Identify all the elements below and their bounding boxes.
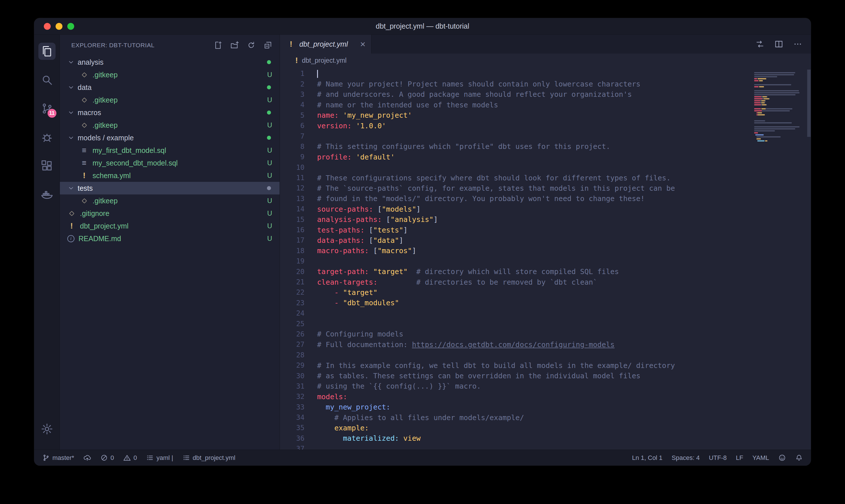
code-editor[interactable]: 12# Name your project! Project names sho…	[280, 67, 811, 450]
minimize-window-button[interactable]	[56, 23, 62, 30]
status-errors[interactable]: 0	[100, 454, 114, 462]
code-line-21[interactable]: 21clean-targets: # directories to be rem…	[280, 277, 811, 287]
title-bar[interactable]: dbt_project.yml — dbt-tutorial	[34, 18, 811, 35]
status-encoding[interactable]: UTF-8	[709, 454, 727, 462]
activity-explorer[interactable]	[34, 37, 60, 66]
scrollbar-thumb[interactable]	[807, 70, 811, 137]
more-actions-button[interactable]	[793, 39, 802, 49]
code-line-28[interactable]: 28	[280, 350, 811, 360]
tree-file-readme-md[interactable]: iREADME.mdU	[60, 232, 280, 245]
zoom-window-button[interactable]	[67, 23, 74, 30]
tree-file-gitkeep[interactable]: .gitkeepU	[60, 195, 280, 207]
line-content: # Applies to all files under models/exam…	[317, 414, 524, 422]
tree-folder-analysis[interactable]: analysis	[60, 56, 280, 69]
breadcrumb[interactable]: ! dbt_project.yml	[280, 54, 811, 67]
refresh-button[interactable]	[247, 41, 255, 50]
code-line-29[interactable]: 29# In this example config, we tell dbt …	[280, 360, 811, 371]
minimap[interactable]	[754, 70, 805, 144]
activity-source-control[interactable]: 11	[34, 94, 60, 123]
tree-file-gitignore[interactable]: .gitignoreU	[60, 207, 280, 220]
code-line-8[interactable]: 8# This setting configures which "profil…	[280, 142, 811, 152]
tree-file-schema-yml[interactable]: !schema.ymlU	[60, 169, 280, 182]
breadcrumb-item-file[interactable]: dbt_project.yml	[302, 57, 347, 65]
code-line-16[interactable]: 16test-paths: ["tests"]	[280, 225, 811, 235]
activity-search[interactable]	[34, 66, 60, 94]
status-indentation[interactable]: Spaces: 4	[672, 454, 700, 462]
code-line-7[interactable]: 7	[280, 131, 811, 141]
code-line-33[interactable]: 33 my_new_project:	[280, 402, 811, 412]
code-line-5[interactable]: 5name: 'my_new_project'	[280, 110, 811, 121]
code-line-15[interactable]: 15analysis-paths: ["analysis"]	[280, 214, 811, 224]
status-cursor-position[interactable]: Ln 1, Col 1	[632, 454, 662, 462]
code-line-36[interactable]: 36 materialized: view	[280, 433, 811, 444]
tree-file-my-first-dbt-model-sql[interactable]: ≡my_first_dbt_model.sqlU	[60, 144, 280, 157]
status-warnings[interactable]: 0	[123, 454, 137, 462]
code-line-12[interactable]: 12# The `source-paths` config, for examp…	[280, 183, 811, 193]
status-eol[interactable]: LF	[736, 454, 743, 462]
code-line-14[interactable]: 14source-paths: ["models"]	[280, 204, 811, 214]
code-line-9[interactable]: 9profile: 'default'	[280, 152, 811, 162]
status-branch[interactable]: master*	[42, 454, 74, 462]
code-line-18[interactable]: 18macro-paths: ["macros"]	[280, 246, 811, 256]
split-editor-button[interactable]	[774, 39, 784, 49]
close-tab-icon[interactable]: ×	[360, 39, 365, 49]
code-line-24[interactable]: 24	[280, 308, 811, 319]
tree-folder-models-example[interactable]: models / example	[60, 131, 280, 144]
tab-dbt-project-yml[interactable]: ! dbt_project.yml ×	[280, 35, 372, 54]
activity-bar-bottom	[34, 415, 59, 443]
activity-debug[interactable]	[34, 123, 60, 151]
code-line-27[interactable]: 27# Full documentation: https://docs.get…	[280, 339, 811, 350]
code-line-25[interactable]: 25	[280, 319, 811, 329]
new-folder-button[interactable]	[230, 41, 239, 50]
tree-file-gitkeep[interactable]: .gitkeepU	[60, 69, 280, 81]
code-line-2[interactable]: 2# Name your project! Project names shou…	[280, 79, 811, 89]
code-line-11[interactable]: 11# These configurations specify where d…	[280, 173, 811, 183]
tree-file-my-second-dbt-model-sql[interactable]: ≡my_second_dbt_model.sqlU	[60, 157, 280, 169]
code-line-20[interactable]: 20target-path: "target" # directory whic…	[280, 266, 811, 277]
status-feedback[interactable]	[778, 454, 786, 462]
code-line-34[interactable]: 34 # Applies to all files under models/e…	[280, 412, 811, 423]
status-sync[interactable]	[83, 454, 91, 462]
collapse-all-button[interactable]	[264, 41, 272, 50]
tree-item-label: macros	[78, 109, 264, 117]
code-line-32[interactable]: 32models:	[280, 392, 811, 402]
tree-folder-macros[interactable]: macros	[60, 106, 280, 119]
code-line-37[interactable]: 37	[280, 444, 811, 450]
close-window-button[interactable]	[44, 23, 51, 30]
new-file-button[interactable]	[214, 41, 222, 50]
line-content: # Full documentation: https://docs.getdb…	[317, 341, 615, 349]
status-active-file[interactable]: dbt_project.yml	[182, 454, 235, 462]
code-line-1[interactable]: 1	[280, 69, 811, 79]
code-line-4[interactable]: 4# name or the intended use of these mod…	[280, 100, 811, 110]
status-yaml-schema[interactable]: yaml |	[146, 454, 173, 462]
editor-area: ! dbt_project.yml × ! dbt_project.yml 12…	[280, 35, 811, 450]
code-line-22[interactable]: 22 - "target"	[280, 287, 811, 298]
code-line-30[interactable]: 30# as tables. These settings can be ove…	[280, 371, 811, 381]
tree-file-gitkeep[interactable]: .gitkeepU	[60, 94, 280, 106]
code-line-17[interactable]: 17data-paths: ["data"]	[280, 235, 811, 246]
activity-extensions[interactable]	[34, 151, 60, 180]
code-line-31[interactable]: 31# using the `{{ config(...) }}` macro.	[280, 381, 811, 392]
tree-folder-tests[interactable]: tests	[60, 182, 280, 195]
yaml-file-icon: !	[80, 171, 89, 180]
explorer-header-actions	[214, 41, 272, 50]
code-line-26[interactable]: 26# Configuring models	[280, 329, 811, 339]
code-line-3[interactable]: 3# and underscores. A good package name …	[280, 89, 811, 100]
open-changes-button[interactable]	[755, 39, 765, 49]
code-line-6[interactable]: 6version: '1.0.0'	[280, 121, 811, 131]
code-line-23[interactable]: 23 - "dbt_modules"	[280, 298, 811, 308]
status-notifications[interactable]	[795, 454, 803, 462]
activity-docker[interactable]	[34, 180, 60, 209]
status-language-mode[interactable]: YAML	[753, 454, 769, 462]
tree-folder-data[interactable]: data	[60, 81, 280, 94]
activity-settings[interactable]	[34, 415, 60, 443]
tree-file-gitkeep[interactable]: .gitkeepU	[60, 119, 280, 131]
code-line-10[interactable]: 10	[280, 162, 811, 173]
tree-file-dbt-project-yml[interactable]: !dbt_project.ymlU	[60, 220, 280, 232]
code-line-13[interactable]: 13# found in the "models/" directory. Yo…	[280, 194, 811, 204]
tree-item-label: schema.yml	[92, 172, 264, 180]
code-line-35[interactable]: 35 example:	[280, 423, 811, 433]
editor-scrollbar[interactable]	[807, 67, 811, 450]
code-line-19[interactable]: 19	[280, 256, 811, 266]
line-number: 11	[280, 174, 305, 182]
